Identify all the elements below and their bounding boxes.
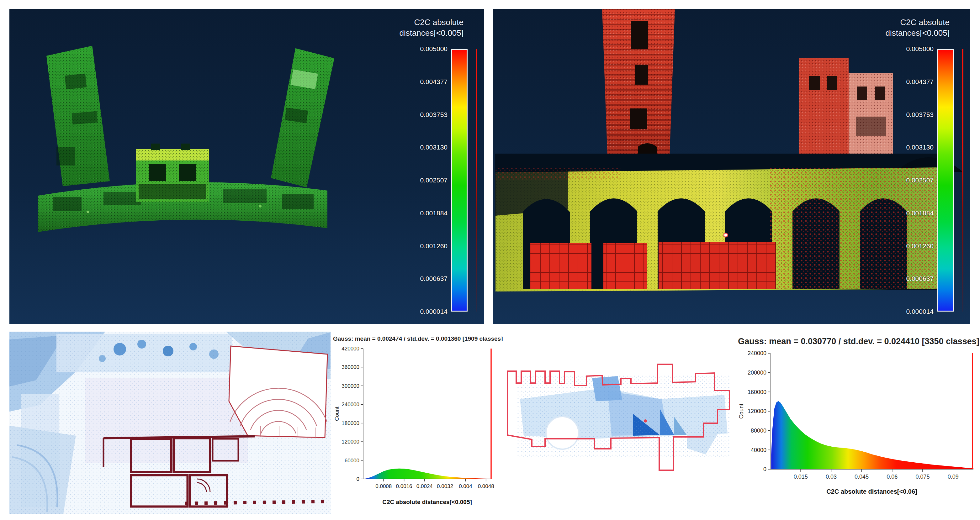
x-tick-label: 0.004 (459, 484, 472, 489)
color-scale-tick-label: 0.003130 (420, 144, 447, 151)
y-tick-label: 80000 (751, 428, 767, 434)
color-scale-tick-label: 0.001260 (420, 243, 447, 249)
histogram-title: Gauss: mean = 0.002474 / std.dev. = 0.00… (333, 333, 496, 344)
color-scale-tick-label: 0.000637 (906, 275, 934, 282)
histogram-chart-right[interactable]: 040000800001200001600002000002400000.015… (738, 349, 979, 496)
color-scale-tick-label: 0.002507 (420, 177, 447, 184)
color-scale-tick-label: 0.005000 (906, 46, 934, 52)
y-tick-label: 120000 (748, 408, 767, 414)
color-scale-tick-label: 0.003753 (420, 111, 447, 118)
plan-pointcloud-outline (498, 341, 738, 505)
color-scale-tick-label: 0.000014 (906, 308, 934, 315)
viewer-panel-right[interactable]: C2C absolute distances[<0.005] 0.0050000… (493, 9, 970, 324)
histogram-title: Gauss: mean = 0.030770 / std.dev. = 0.02… (738, 335, 980, 349)
color-scale-left: C2C absolute distances[<0.005] 0.0050000… (364, 17, 477, 312)
x-tick-label: 0.06 (886, 474, 897, 480)
plan-view-deviation (498, 341, 738, 505)
color-scale-title: C2C absolute distances[<0.005] (851, 17, 963, 38)
figure-canvas: C2C absolute distances[<0.005] 0.0050000… (0, 0, 980, 520)
left-tower (46, 46, 110, 186)
x-tick-label: 0.03 (826, 474, 837, 480)
y-axis-label: Count (738, 404, 745, 419)
color-scale-tick-label: 0.003753 (906, 111, 934, 118)
y-tick-label: 300000 (342, 383, 360, 389)
x-tick-label: 0.075 (915, 474, 929, 480)
distribution-area (771, 401, 974, 469)
y-tick-label: 180000 (342, 420, 360, 426)
plan-pointcloud-floorplan (10, 331, 331, 514)
central-block (136, 144, 209, 202)
x-axis-label: C2C absolute distances[<0.005] (382, 499, 472, 505)
color-scale-tick-label: 0.003130 (906, 144, 934, 151)
y-axis-label: Count (334, 406, 340, 421)
color-scale-ramp (937, 49, 954, 312)
histogram-chart-left[interactable]: 0600001200001800002400003000003600004200… (333, 344, 496, 507)
color-scale-histogram-strip (476, 49, 477, 312)
color-scale-tick-label: 0.001884 (420, 210, 447, 217)
x-tick-label: 0.045 (854, 474, 869, 480)
bell-tower (602, 9, 675, 166)
distribution-area (364, 469, 491, 479)
color-scale-labels: 0.0050000.0043770.0037530.0031300.002507… (906, 46, 937, 315)
color-scale-tick-label: 0.000014 (420, 308, 447, 315)
x-axis-label: C2C absolute distances[<0.06] (826, 488, 917, 495)
x-tick-label: 0.0024 (417, 484, 433, 489)
color-scale-tick-label: 0.001260 (906, 243, 934, 249)
y-tick-label: 240000 (748, 350, 767, 357)
x-tick-label: 0.0048 (478, 484, 494, 489)
histogram-window-left: Gauss: mean = 0.002474 / std.dev. = 0.00… (333, 333, 496, 515)
y-tick-label: 0 (356, 476, 360, 482)
y-tick-label: 40000 (751, 447, 767, 453)
color-scale-tick-label: 0.004377 (906, 78, 934, 85)
right-tower (271, 48, 334, 187)
x-tick-label: 0.0008 (375, 484, 392, 489)
color-scale-title: C2C absolute distances[<0.005] (364, 17, 477, 38)
histogram-window-right: Gauss: mean = 0.030770 / std.dev. = 0.02… (738, 335, 980, 510)
x-tick-label: 0.09 (948, 474, 959, 480)
theater-floorplan (229, 346, 328, 438)
plan-view-overlay (10, 331, 331, 514)
picked-point-marker (724, 233, 727, 237)
color-scale-ramp (451, 49, 468, 312)
color-scale-tick-label: 0.004377 (420, 78, 447, 85)
y-tick-label: 60000 (345, 458, 360, 464)
y-tick-label: 0 (763, 466, 767, 472)
color-scale-body: 0.0050000.0043770.0037530.0031300.002507… (364, 49, 477, 312)
x-tick-label: 0.0016 (396, 484, 412, 489)
picked-point-marker-plan (644, 419, 647, 423)
y-tick-label: 120000 (342, 439, 360, 445)
y-tick-label: 420000 (342, 346, 360, 352)
color-scale-tick-label: 0.002507 (906, 177, 934, 184)
color-scale-body: 0.0050000.0043770.0037530.0031300.002507… (851, 49, 963, 312)
color-scale-histogram-strip (962, 49, 963, 312)
color-scale-right: C2C absolute distances[<0.005] 0.0050000… (851, 17, 963, 312)
y-tick-label: 240000 (342, 401, 360, 407)
color-scale-labels: 0.0050000.0043770.0037530.0031300.002507… (420, 46, 451, 315)
y-tick-label: 160000 (748, 389, 767, 395)
y-tick-label: 360000 (342, 364, 360, 370)
colonnade-dots (185, 501, 326, 503)
y-tick-label: 200000 (748, 369, 767, 376)
x-tick-label: 0.015 (794, 474, 808, 480)
viewer-panel-left[interactable]: C2C absolute distances[<0.005] 0.0050000… (10, 9, 484, 324)
color-scale-tick-label: 0.005000 (420, 46, 447, 52)
color-scale-tick-label: 0.000637 (420, 275, 447, 282)
x-tick-label: 0.0032 (437, 484, 453, 489)
color-scale-tick-label: 0.001884 (906, 210, 934, 217)
